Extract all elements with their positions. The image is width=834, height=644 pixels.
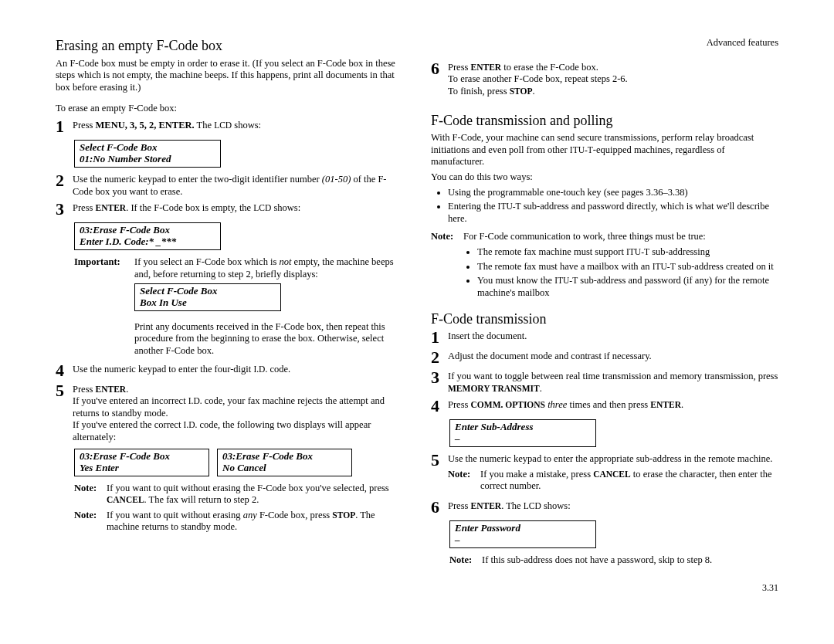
paragraph: With F-Code, your machine can send secur… — [431, 132, 778, 168]
step-5: 5 Press ENTER. If you've entered an inco… — [56, 384, 403, 444]
lcd-display: 03:Erase F-Code Box Enter I.D. Code:* _*… — [74, 222, 221, 250]
step-number: 5 — [431, 452, 448, 469]
note-block: Note: For F-Code communication to work, … — [431, 231, 778, 243]
list-item: The remote fax must have a mailbox with … — [477, 261, 778, 273]
step-body: Press MENU, 3, 5, 2, ENTER. The LCD show… — [73, 120, 403, 132]
lcd-display: Enter Sub-Address – — [449, 419, 596, 447]
step-1: 1 Press MENU, 3, 5, 2, ENTER. The LCD sh… — [56, 120, 403, 135]
step-body: Insert the document. — [448, 330, 778, 343]
intro-text: An F-Code box must be empty in order to … — [56, 58, 403, 94]
page: Erasing an empty F-Code box An F-Code bo… — [0, 0, 834, 619]
lcd-display: Select F-Code Box Box In Use — [134, 283, 281, 311]
step-3: 3 Press ENTER. If the F-Code box is empt… — [56, 202, 403, 218]
list-item: Entering the ITU-T sub-address and passw… — [448, 201, 778, 225]
step-number: 3 — [56, 201, 73, 218]
tstep-3: 3 If you want to toggle between real tim… — [431, 371, 778, 395]
tstep-1: 1 Insert the document. — [431, 330, 778, 346]
step-body: Press COMM. OPTIONS three times and then… — [448, 399, 778, 412]
bullet-list: Using the programmable one-touch key (se… — [439, 187, 778, 225]
step-body: Use the numeric keypad to enter the two-… — [73, 174, 403, 198]
paragraph: You can do this two ways: — [431, 171, 778, 184]
important-followup: Print any documents received in the F-Co… — [134, 321, 403, 358]
tstep-4: 4 Press COMM. OPTIONS three times and th… — [431, 399, 778, 415]
page-number: 3.31 — [431, 582, 778, 594]
lead-text: To erase an empty F-Code box: — [56, 103, 403, 115]
heading-erasing: Erasing an empty F-Code box — [56, 37, 403, 55]
list-item: You must know the ITU-T sub-address and … — [477, 275, 778, 299]
step-number: 4 — [56, 362, 73, 379]
lcd-pair: 03:Erase F-Code Box Yes Enter 03:Erase F… — [74, 449, 403, 476]
step-number: 2 — [56, 172, 73, 189]
step-number: 4 — [431, 398, 448, 415]
note-block: Note: If you want to quit without erasin… — [74, 510, 403, 534]
note-block: Note: If this sub-address does not have … — [449, 554, 778, 567]
step-body: Adjust the document mode and contrast if… — [448, 351, 778, 363]
heading-transmission-polling: F-Code transmission and polling — [431, 112, 778, 130]
lcd-display: 03:Erase F-Code Box Yes Enter — [74, 449, 209, 476]
step-body: Press ENTER. The LCD shows: — [448, 500, 778, 513]
lcd-display: Select F-Code Box 01:No Number Stored — [74, 140, 221, 168]
section-header: Advanced features — [431, 37, 778, 49]
heading-fcode-transmission: F-Code transmission — [431, 310, 778, 328]
step-number: 3 — [431, 369, 448, 386]
step-4: 4 Use the numeric keypad to enter the fo… — [56, 364, 403, 379]
lcd-display: Enter Password – — [449, 520, 596, 548]
tstep-5: 5 Use the numeric keypad to enter the ap… — [431, 453, 778, 496]
note-block: Note: If you want to quit without erasin… — [74, 483, 403, 507]
step-body: Press ENTER. If you've entered an incorr… — [73, 384, 403, 444]
list-item: Using the programmable one-touch key (se… — [448, 187, 778, 199]
step-body: Use the numeric keypad to enter the four… — [73, 364, 403, 376]
step-number: 6 — [431, 499, 448, 516]
step-number: 1 — [56, 118, 73, 135]
sub-bullet-list: The remote fax machine must support ITU-… — [468, 246, 778, 300]
step-body: Press ENTER to erase the F-Code box. To … — [448, 62, 778, 98]
step-number: 2 — [431, 349, 448, 366]
tstep-2: 2 Adjust the document mode and contrast … — [431, 351, 778, 366]
step-number: 6 — [431, 60, 448, 77]
step-body: Use the numeric keypad to enter the appr… — [448, 453, 778, 496]
step-body: Press ENTER. If the F-Code box is empty,… — [73, 202, 403, 215]
note-block: Note: If you make a mistake, press CANCE… — [448, 469, 778, 493]
step-number: 5 — [56, 382, 73, 399]
step-2: 2 Use the numeric keypad to enter the tw… — [56, 174, 403, 198]
list-item: The remote fax machine must support ITU-… — [477, 246, 778, 259]
important-note: Important: If you select an F-Code box w… — [74, 256, 403, 280]
left-column: Erasing an empty F-Code box An F-Code bo… — [56, 37, 403, 594]
tstep-6: 6 Press ENTER. The LCD shows: — [431, 500, 778, 516]
right-column: Advanced features 6 Press ENTER to erase… — [431, 37, 778, 594]
step-body: If you want to toggle between real time … — [448, 371, 778, 395]
lcd-display: 03:Erase F-Code Box No Cancel — [217, 449, 352, 476]
step-number: 1 — [431, 329, 448, 346]
step-6: 6 Press ENTER to erase the F-Code box. T… — [431, 62, 778, 98]
